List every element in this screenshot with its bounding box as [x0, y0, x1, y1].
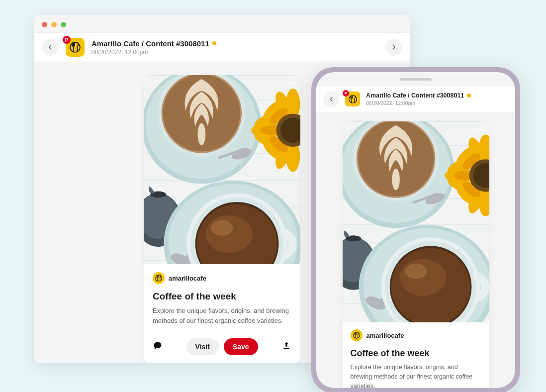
content-title-text: Amarillo Cafe / Content #3008011 [91, 39, 209, 48]
content-title: Amarillo Cafe / Content #3008011 [91, 39, 216, 48]
pin-image[interactable] [144, 75, 300, 264]
coffee-scene-illustration [144, 75, 300, 264]
save-button[interactable]: Save [224, 338, 258, 355]
pinterest-badge-icon: P [343, 90, 349, 97]
more-icon[interactable] [473, 128, 482, 130]
account-handle: amarillocafe [169, 275, 206, 282]
back-button[interactable] [42, 39, 59, 56]
pin-description: Explore the unique flavors, origins, and… [153, 306, 291, 325]
mobile-content-title: Amarillo Cafe / Content #3008011 [366, 92, 471, 99]
account-avatar-icon [351, 329, 363, 341]
mobile-preview-canvas: amarillocafe Coffee of the week Explore … [316, 112, 515, 388]
mobile-content-header: P Amarillo Cafe / Content #3008011 08/20… [316, 86, 515, 112]
chevron-right-icon [390, 44, 397, 51]
mobile-account-row[interactable]: amarillocafe [351, 329, 481, 341]
forward-button[interactable] [385, 39, 402, 56]
mobile-pin-description: Explore the unique flavors, origins, and… [351, 363, 481, 388]
pin-title: Coffee of the week [153, 291, 291, 302]
utensils-icon [349, 95, 357, 103]
chevron-left-icon [47, 44, 54, 51]
pinterest-badge-icon: P [63, 36, 71, 44]
comment-icon [153, 341, 163, 351]
status-indicator-icon [212, 41, 216, 45]
share-button[interactable] [281, 341, 291, 353]
visit-button[interactable]: Visit [186, 338, 219, 355]
comment-button[interactable] [153, 341, 163, 353]
share-icon [281, 341, 291, 351]
status-indicator-icon [467, 94, 471, 98]
account-row[interactable]: amarillocafe [153, 272, 291, 284]
chevron-left-icon [328, 96, 335, 102]
mobile-pin-title: Coffee of the week [351, 348, 481, 359]
maximize-window-icon[interactable] [61, 22, 66, 27]
minimize-window-icon[interactable] [51, 22, 57, 27]
mobile-account-handle: amarillocafe [366, 332, 404, 339]
close-window-icon[interactable] [42, 22, 47, 27]
mobile-content-title-text: Amarillo Cafe / Content #3008011 [366, 92, 464, 99]
brand-icon: P [66, 38, 85, 57]
coffee-scene-illustration [343, 121, 489, 322]
mobile-pin-image[interactable] [343, 121, 489, 322]
mobile-brand-icon: P [345, 92, 360, 106]
mobile-content-timestamp: 08/20/2022, 12:00pm [366, 100, 471, 106]
content-timestamp: 08/20/2022, 12:00pm [91, 49, 216, 56]
content-header: P Amarillo Cafe / Content #3008011 08/20… [34, 32, 410, 62]
more-icon[interactable] [284, 82, 293, 84]
pin-actions: Visit Save [144, 332, 300, 363]
mobile-back-button[interactable] [323, 91, 339, 107]
window-controls [34, 15, 410, 32]
pin-card: amarillocafe Coffee of the week Explore … [144, 75, 300, 363]
mobile-screen: P Amarillo Cafe / Content #3008011 08/20… [316, 72, 515, 388]
account-avatar-icon [153, 272, 165, 284]
speaker-icon [400, 78, 432, 81]
utensils-icon [70, 42, 81, 53]
mobile-pin-card: amarillocafe Coffee of the week Explore … [343, 121, 489, 388]
mobile-device-frame: P Amarillo Cafe / Content #3008011 08/20… [311, 67, 520, 392]
